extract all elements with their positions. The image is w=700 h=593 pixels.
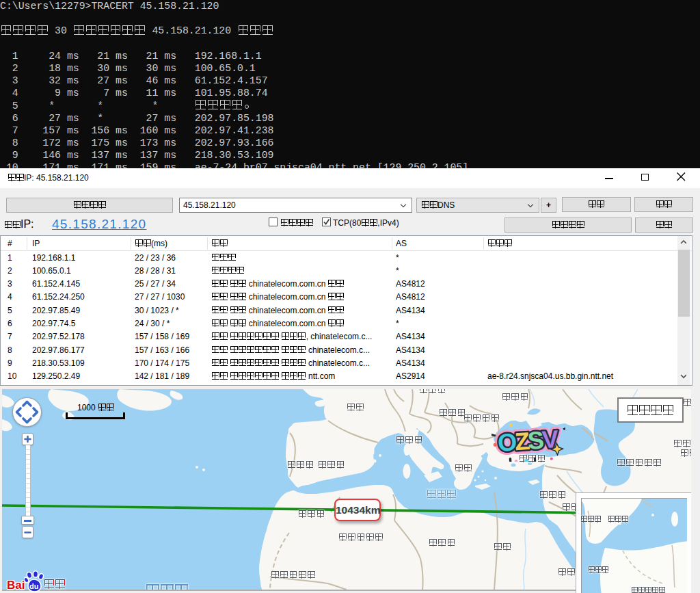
svg-text:du: du	[29, 582, 38, 590]
